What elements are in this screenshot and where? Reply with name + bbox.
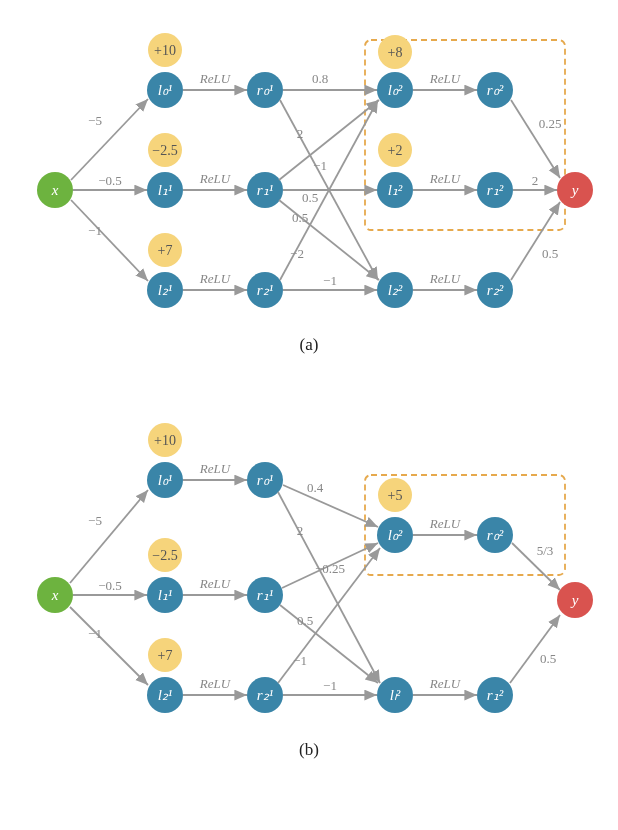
w-r1-l20: −1 <box>313 158 327 173</box>
output-label-b: y <box>570 592 579 608</box>
l10-label: l₀¹ <box>158 82 173 98</box>
w-x-l1b: −0.5 <box>98 578 122 593</box>
caption-a: (a) <box>300 335 319 354</box>
l12b-bias-label: +7 <box>158 648 173 663</box>
w-r0-l20: 0.8 <box>312 71 328 86</box>
relu-label: ReLU <box>199 271 232 286</box>
diagram-container: x l₀¹ +10 l₁¹ −2.5 l₂¹ +7 r₀¹ r₁¹ r₂¹ l₀… <box>0 0 618 830</box>
w-r2-l22: −1 <box>323 273 337 288</box>
l20-bias-label: +8 <box>388 45 403 60</box>
w-r2-llb: −1 <box>323 678 337 693</box>
l10b-bias-label: +10 <box>154 433 176 448</box>
r10-label: r₀¹ <box>257 82 274 98</box>
l10-bias-label: +10 <box>154 43 176 58</box>
w-r20-y: 0.25 <box>539 116 562 131</box>
edge <box>510 615 560 683</box>
l12-bias-label: +7 <box>158 243 173 258</box>
w-r21-y: 2 <box>532 173 539 188</box>
w-r1-l21: 0.5 <box>302 190 318 205</box>
r10b-label: r₀¹ <box>257 472 274 488</box>
l20b-bias-label: +5 <box>388 488 403 503</box>
w-r0-llb: 2 <box>297 523 304 538</box>
w-r22-y: 0.5 <box>542 246 558 261</box>
output-label: y <box>570 182 579 198</box>
w-r2-l20: −2 <box>290 246 304 261</box>
w-r20-yb: 5/3 <box>537 543 554 558</box>
w-r0-l22: 2 <box>297 126 304 141</box>
w-r1-l20b: −0.25 <box>315 561 345 576</box>
r20b-label: r₀² <box>487 527 504 543</box>
relu-label: ReLU <box>429 271 462 286</box>
w-r1-l22: 0.5 <box>292 210 308 225</box>
figure-a: x l₀¹ +10 l₁¹ −2.5 l₂¹ +7 r₀¹ r₁¹ r₂¹ l₀… <box>37 33 593 354</box>
l21-label: l₁² <box>388 182 403 198</box>
relu-label: ReLU <box>199 576 232 591</box>
ll2b-label: lₗ² <box>390 687 401 703</box>
r12b-label: r₂¹ <box>257 687 274 703</box>
w-r21-yb: 0.5 <box>540 651 556 666</box>
w-x-l2b: −1 <box>88 626 102 641</box>
caption-b: (b) <box>299 740 319 759</box>
w-r1-llb: 0.5 <box>297 613 313 628</box>
w-x-l2: −1 <box>88 223 102 238</box>
edge <box>511 100 560 178</box>
relu-label: ReLU <box>199 71 232 86</box>
r20-label: r₀² <box>487 82 504 98</box>
r22-label: r₂² <box>487 282 504 298</box>
l11-bias-label: −2.5 <box>152 143 177 158</box>
edge <box>71 200 148 281</box>
l22-label: l₂² <box>388 282 403 298</box>
figure-b: x l₀¹ +10 l₁¹ −2.5 l₂¹ +7 r₀¹ r₁¹ r₂¹ l₀… <box>37 423 593 759</box>
edge <box>279 100 379 180</box>
r21b-label: r₁² <box>487 687 504 703</box>
relu-label: ReLU <box>199 676 232 691</box>
l12b-label: l₂¹ <box>158 687 173 703</box>
relu-label: ReLU <box>429 516 462 531</box>
input-label-b: x <box>51 587 59 603</box>
l12-label: l₂¹ <box>158 282 173 298</box>
edge <box>70 490 148 583</box>
l21-bias-label: +2 <box>388 143 403 158</box>
w-x-l0: −5 <box>88 113 102 128</box>
l10b-label: l₀¹ <box>158 472 173 488</box>
edge <box>283 485 378 527</box>
w-x-l1: −0.5 <box>98 173 122 188</box>
relu-label: ReLU <box>199 461 232 476</box>
relu-label: ReLU <box>429 71 462 86</box>
l11b-bias-label: −2.5 <box>152 548 177 563</box>
w-r2-l20b: −1 <box>293 653 307 668</box>
r11-label: r₁¹ <box>257 182 274 198</box>
w-x-l0b: −5 <box>88 513 102 528</box>
input-label: x <box>51 182 59 198</box>
edge <box>71 99 148 180</box>
l20-label: l₀² <box>388 82 403 98</box>
l20b-label: l₀² <box>388 527 403 543</box>
edge <box>511 202 560 280</box>
l11b-label: l₁¹ <box>158 587 173 603</box>
relu-label: ReLU <box>429 171 462 186</box>
l11-label: l₁¹ <box>158 182 173 198</box>
r21-label: r₁² <box>487 182 504 198</box>
relu-label: ReLU <box>199 171 232 186</box>
relu-label: ReLU <box>429 676 462 691</box>
r11b-label: r₁¹ <box>257 587 274 603</box>
r12-label: r₂¹ <box>257 282 274 298</box>
edge <box>70 607 148 685</box>
w-r0-l20b: 0.4 <box>307 480 324 495</box>
